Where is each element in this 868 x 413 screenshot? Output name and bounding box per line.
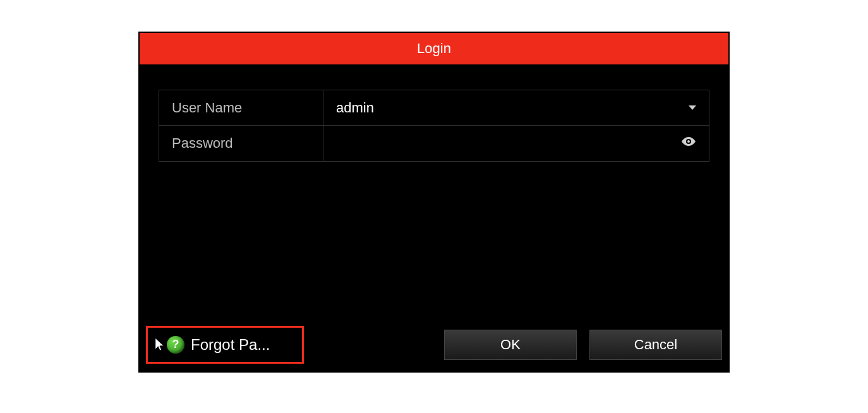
dialog-titlebar: Login (140, 33, 728, 64)
cursor-icon (154, 337, 166, 353)
login-form: User Name admin Password (159, 90, 709, 162)
password-row: Password (159, 126, 709, 161)
chevron-down-icon (689, 105, 696, 110)
password-label: Password (159, 126, 323, 161)
help-icon: ? (167, 336, 184, 354)
cancel-button[interactable]: Cancel (589, 330, 722, 360)
username-dropdown[interactable]: admin (323, 90, 709, 125)
cancel-button-label: Cancel (634, 337, 677, 353)
password-input[interactable] (323, 126, 709, 161)
login-dialog: Login User Name admin Password (138, 32, 730, 373)
dialog-title: Login (417, 40, 451, 57)
forgot-password-button[interactable]: ? Forgot Pa... (146, 326, 304, 364)
help-glyph: ? (172, 338, 179, 351)
dialog-footer: ? Forgot Pa... OK Cancel (140, 324, 728, 365)
username-label: User Name (159, 90, 323, 125)
eye-icon[interactable] (681, 134, 696, 153)
forgot-password-label: Forgot Pa... (191, 336, 270, 354)
username-row: User Name admin (159, 90, 709, 126)
ok-button[interactable]: OK (444, 330, 577, 360)
ok-button-label: OK (500, 337, 521, 353)
username-value: admin (336, 100, 689, 116)
